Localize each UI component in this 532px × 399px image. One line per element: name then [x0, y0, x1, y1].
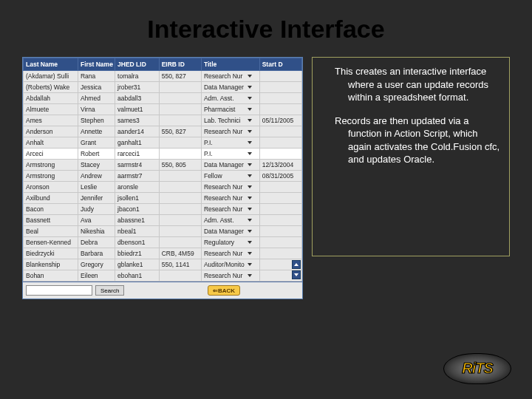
cell-title[interactable]: Regulatory — [201, 237, 259, 248]
cell-eirb[interactable] — [159, 226, 201, 237]
cell-eirb[interactable] — [159, 270, 201, 282]
table-row[interactable]: ArceciRobertrarceci1P.I. — [24, 149, 302, 160]
back-button[interactable]: ⇐BACK — [208, 285, 240, 296]
cell-start[interactable]: 12/13/2004 — [259, 160, 301, 171]
cell-ln[interactable]: Bassnett — [24, 215, 78, 226]
cell-fn[interactable]: Ava — [78, 215, 115, 226]
table-row[interactable]: AnhaltGrantganhalt1P.I. — [24, 137, 302, 149]
table-row[interactable]: BiedrzyckiBarbarabbiedrz1CRB, 4M59Resear… — [24, 248, 302, 259]
cell-fn[interactable]: Eileen — [78, 270, 115, 282]
cell-eirb[interactable]: 550, 827 — [159, 71, 201, 82]
table-row[interactable]: Bensen-KennedDebradbenson1Regulatory — [24, 237, 302, 248]
cell-ln[interactable]: (Akdamar) Sulli — [24, 71, 78, 82]
cell-eirb[interactable]: 550, 1141 — [159, 259, 201, 270]
cell-fn[interactable]: Virna — [78, 104, 115, 115]
cell-ln[interactable]: Anderson — [24, 126, 78, 137]
table-row[interactable]: (Roberts) WakeJessicajrober31Data Manage… — [24, 82, 302, 93]
dropdown-icon[interactable] — [248, 152, 252, 155]
cell-fn[interactable]: Barbara — [78, 248, 115, 259]
cell-jhed[interactable]: aabdall3 — [115, 93, 160, 104]
dropdown-icon[interactable] — [248, 75, 252, 78]
cell-ln[interactable]: Aronson — [24, 182, 78, 193]
cell-eirb[interactable]: 550, 827 — [159, 126, 201, 137]
cell-jhed[interactable]: ganhalt1 — [115, 137, 160, 149]
cell-start[interactable]: 05/11/2005 — [259, 115, 301, 126]
cell-title[interactable]: Lab. Technici — [201, 115, 259, 126]
cell-title[interactable]: Pharmacist — [201, 104, 259, 115]
cell-ln[interactable]: Axilbund — [24, 193, 78, 204]
table-row[interactable]: AbdallahAhmedaabdall3Adm. Asst. — [24, 93, 302, 104]
cell-start[interactable] — [259, 204, 301, 215]
cell-jhed[interactable]: nbeal1 — [115, 226, 160, 237]
cell-eirb[interactable] — [159, 149, 201, 160]
cell-jhed[interactable]: sames3 — [115, 115, 160, 126]
cell-ln[interactable]: (Roberts) Wake — [24, 82, 78, 93]
search-input[interactable] — [26, 285, 92, 296]
cell-title[interactable]: Research Nur — [201, 182, 259, 193]
cell-start[interactable]: 08/31/2005 — [259, 171, 301, 182]
cell-jhed[interactable]: aronsle — [115, 182, 160, 193]
cell-start[interactable] — [259, 149, 301, 160]
cell-fn[interactable]: Stacey — [78, 160, 115, 171]
table-row[interactable]: ArmstrongStaceysarmstr4550, 805Data Mana… — [24, 160, 302, 171]
cell-jhed[interactable]: abassne1 — [115, 215, 160, 226]
scroll-up-button[interactable] — [292, 260, 301, 269]
cell-ln[interactable]: Ames — [24, 115, 78, 126]
dropdown-icon[interactable] — [248, 108, 252, 111]
cell-jhed[interactable]: ebohan1 — [115, 270, 160, 282]
cell-ln[interactable]: Almuete — [24, 104, 78, 115]
cell-ln[interactable]: Bacon — [24, 204, 78, 215]
cell-ln[interactable]: Armstrong — [24, 160, 78, 171]
dropdown-icon[interactable] — [248, 263, 252, 266]
col-jhed-lid[interactable]: JHED LID — [115, 58, 160, 71]
cell-fn[interactable]: Jennifer — [78, 193, 115, 204]
cell-fn[interactable]: Leslie — [78, 182, 115, 193]
cell-jhed[interactable]: gblanke1 — [115, 259, 160, 270]
cell-title[interactable]: Adm. Asst. — [201, 93, 259, 104]
cell-ln[interactable]: Abdallah — [24, 93, 78, 104]
cell-eirb[interactable] — [159, 115, 201, 126]
cell-fn[interactable]: Gregory — [78, 259, 115, 270]
dropdown-icon[interactable] — [248, 252, 252, 255]
dropdown-icon[interactable] — [248, 174, 252, 177]
cell-eirb[interactable] — [159, 204, 201, 215]
cell-start[interactable] — [259, 126, 301, 137]
cell-jhed[interactable]: jrober31 — [115, 82, 160, 93]
cell-start[interactable] — [259, 104, 301, 115]
cell-eirb[interactable] — [159, 104, 201, 115]
cell-jhed[interactable]: aander14 — [115, 126, 160, 137]
cell-ln[interactable]: Bohan — [24, 270, 78, 282]
cell-fn[interactable]: Robert — [78, 149, 115, 160]
cell-title[interactable]: Research Nur — [201, 126, 259, 137]
cell-ln[interactable]: Blankenship — [24, 259, 78, 270]
cell-jhed[interactable]: jbacon1 — [115, 204, 160, 215]
dropdown-icon[interactable] — [248, 97, 252, 100]
dropdown-icon[interactable] — [248, 208, 252, 211]
cell-eirb[interactable] — [159, 82, 201, 93]
cell-eirb[interactable] — [159, 93, 201, 104]
cell-ln[interactable]: Anhalt — [24, 137, 78, 149]
cell-title[interactable]: Fellow — [201, 171, 259, 182]
cell-title[interactable]: Auditor/Monito — [201, 259, 259, 270]
cell-jhed[interactable]: jsollen1 — [115, 193, 160, 204]
cell-title[interactable]: Data Manager — [201, 82, 259, 93]
dropdown-icon[interactable] — [248, 219, 252, 222]
cell-fn[interactable]: Debra — [78, 237, 115, 248]
table-row[interactable]: BassnettAvaabassne1Adm. Asst. — [24, 215, 302, 226]
cell-eirb[interactable] — [159, 137, 201, 149]
dropdown-icon[interactable] — [248, 274, 252, 277]
cell-fn[interactable]: Nikeshia — [78, 226, 115, 237]
dropdown-icon[interactable] — [248, 141, 252, 144]
cell-eirb[interactable] — [159, 171, 201, 182]
cell-jhed[interactable]: bbiedrz1 — [115, 248, 160, 259]
cell-eirb[interactable]: CRB, 4M59 — [159, 248, 201, 259]
cell-fn[interactable]: Andrew — [78, 171, 115, 182]
cell-eirb[interactable] — [159, 182, 201, 193]
dropdown-icon[interactable] — [248, 86, 252, 89]
cell-fn[interactable]: Judy — [78, 204, 115, 215]
cell-eirb[interactable] — [159, 193, 201, 204]
col-last-name[interactable]: Last Name — [24, 58, 78, 71]
col-eirb-id[interactable]: EIRB ID — [159, 58, 201, 71]
cell-fn[interactable]: Jessica — [78, 82, 115, 93]
cell-eirb[interactable]: 550, 805 — [159, 160, 201, 171]
